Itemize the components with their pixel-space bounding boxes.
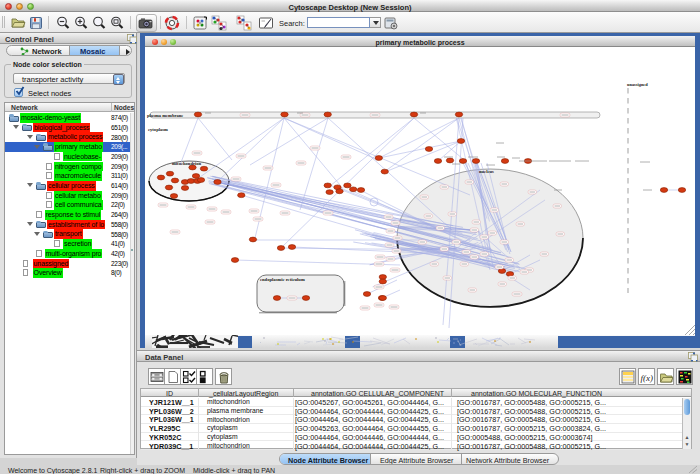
svg-text:nucleus: nucleus: [479, 169, 494, 174]
svg-text:mitochondrion: mitochondrion: [172, 161, 202, 166]
svg-text:f(x): f(x): [640, 372, 653, 382]
svg-text:endoplasmic reticulum: endoplasmic reticulum: [260, 277, 305, 282]
svg-text:cytoplasm: cytoplasm: [148, 127, 168, 132]
svg-text:unassigned: unassigned: [627, 82, 648, 87]
svg-text:plasma membrane: plasma membrane: [147, 113, 183, 118]
